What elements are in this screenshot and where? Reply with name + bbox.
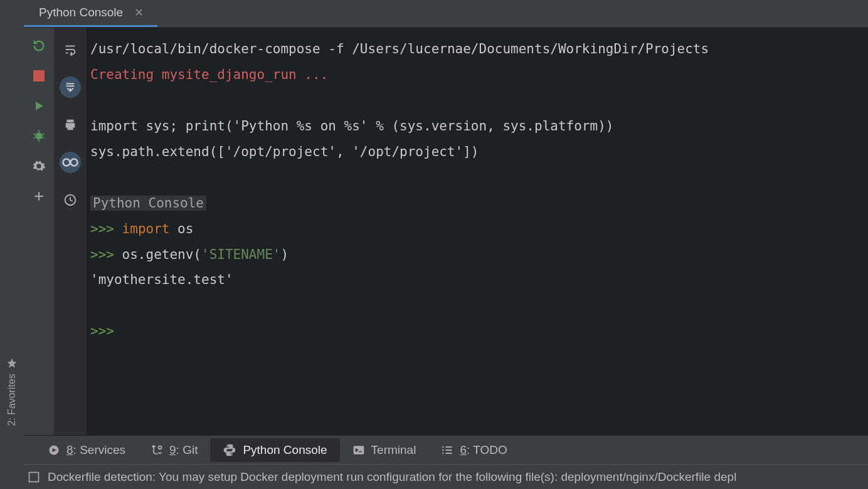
status-message: Dockerfile detection: You may setup Dock… — [48, 470, 736, 484]
main-column: Python Console ✕ — [24, 0, 868, 489]
svg-point-2 — [63, 159, 70, 166]
favorites-tool-window-stripe[interactable]: 2: Favorites — [6, 374, 18, 426]
svg-rect-11 — [29, 472, 39, 481]
favorites-star-icon — [6, 357, 18, 369]
terminal-tab[interactable]: Terminal — [340, 438, 429, 462]
status-toggle-icon[interactable] — [28, 471, 40, 483]
print-icon[interactable] — [60, 114, 81, 135]
str: 'SITENAME' — [201, 247, 280, 262]
debug-icon[interactable] — [32, 129, 46, 143]
services-tab[interactable]: 8: Services — [35, 438, 138, 462]
prompt-indicator: >>> — [90, 323, 114, 339]
svg-point-6 — [159, 446, 162, 449]
todo-tab[interactable]: 6: TODO — [428, 438, 519, 462]
show-variables-icon[interactable] — [60, 152, 81, 173]
svg-point-3 — [71, 159, 78, 166]
svg-point-8 — [442, 446, 444, 448]
svg-rect-7 — [353, 446, 364, 454]
code: ) — [280, 247, 288, 262]
console-output[interactable]: /usr/local/bin/docker-compose -f /Users/… — [87, 28, 868, 435]
console-content: /usr/local/bin/docker-compose -f /Users/… — [24, 28, 868, 435]
console-tab-bar: Python Console ✕ — [24, 0, 868, 28]
svg-point-9 — [442, 449, 444, 451]
svg-point-10 — [442, 452, 444, 454]
console-line: sys.path.extend(['/opt/project', '/opt/p… — [90, 144, 479, 159]
stop-icon[interactable] — [32, 69, 46, 83]
console-output-line: 'myothersite.test' — [90, 272, 233, 287]
close-tab-icon[interactable]: ✕ — [132, 6, 146, 19]
run-icon[interactable] — [32, 99, 46, 113]
console-line: /usr/local/bin/docker-compose -f /Users/… — [90, 41, 709, 56]
rerun-icon[interactable] — [32, 39, 46, 53]
status-bar: Dockerfile detection: You may setup Dock… — [24, 464, 868, 489]
code: os — [169, 221, 193, 236]
settings-icon[interactable] — [32, 159, 46, 173]
svg-point-1 — [36, 133, 43, 140]
console-toolbar-primary — [24, 28, 54, 435]
console-line-stderr: Creating mysite_django_run ... — [90, 67, 328, 82]
history-icon[interactable] — [60, 189, 81, 211]
git-tab[interactable]: 9: Git — [138, 438, 210, 462]
python-console-tab-bottom[interactable]: Python Console — [210, 438, 339, 462]
python-console-tab[interactable]: Python Console ✕ — [24, 0, 157, 27]
kw: import — [122, 221, 170, 236]
tab-title: Python Console — [39, 6, 123, 19]
console-toolbar-secondary — [54, 28, 87, 435]
left-gutter: 2: Favorites — [0, 0, 24, 489]
soft-wrap-icon[interactable] — [60, 39, 81, 60]
code: os.getenv( — [114, 247, 201, 262]
new-console-icon[interactable] — [32, 189, 46, 203]
console-banner: Python Console — [90, 196, 206, 211]
scroll-to-end-icon[interactable] — [60, 76, 81, 98]
bottom-tool-tabs: 8: Services 9: Git Python Console Termin… — [24, 435, 868, 464]
prompt-indicator: >>> — [90, 247, 114, 262]
console-line: import sys; print('Python %s on %s' % (s… — [90, 118, 613, 134]
prompt-indicator: >>> — [90, 221, 114, 236]
svg-rect-0 — [33, 70, 45, 82]
